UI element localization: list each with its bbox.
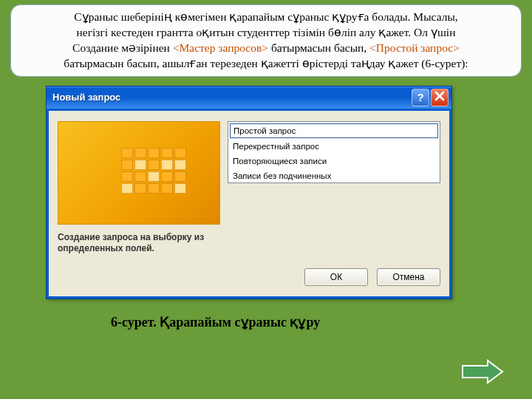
instruction-box: Сұраныс шеберінің көмегімен қарапайым сұ… [10,4,522,77]
list-item[interactable]: Перекрестный запрос [228,139,440,154]
list-item[interactable]: Повторяющиеся записи [228,154,440,168]
instruction-line2: негізгі кестеден грантта оқитын студентт… [77,26,456,38]
highlight-simple: <Простой запрос> [369,41,460,54]
list-item[interactable]: Записи без подчиненных [228,168,440,183]
instruction-line1: Сұраныс шеберінің көмегімен қарапайым сұ… [74,10,457,23]
titlebar[interactable]: Новый запрос ? [47,86,451,109]
close-icon [434,91,445,104]
list-item[interactable]: Простой запрос [230,123,438,138]
figure-caption: 6-сурет. Қарапайым сұраныс құру [111,314,532,330]
next-arrow[interactable] [461,359,504,384]
close-button[interactable] [431,89,449,106]
cancel-button[interactable]: Отмена [377,268,440,286]
preview-image [58,121,220,225]
help-button[interactable]: ? [412,89,429,106]
description-text: Создание запроса на выборку из определен… [58,232,220,255]
query-type-listbox[interactable]: Простой запрос Перекрестный запрос Повто… [228,121,440,183]
instruction-line4: батырмасын басып, ашылған терезеден қаже… [64,57,468,69]
dialog-title: Новый запрос [52,92,410,103]
instruction-line3a: Создание мәзірінен [72,41,173,54]
help-icon: ? [417,91,423,103]
new-query-dialog: Новый запрос ? [46,86,452,299]
instruction-line3b: батырмасын басып, [268,41,369,54]
ok-button[interactable]: ОК [304,268,368,286]
highlight-master: <Мастер запросов> [173,41,268,54]
